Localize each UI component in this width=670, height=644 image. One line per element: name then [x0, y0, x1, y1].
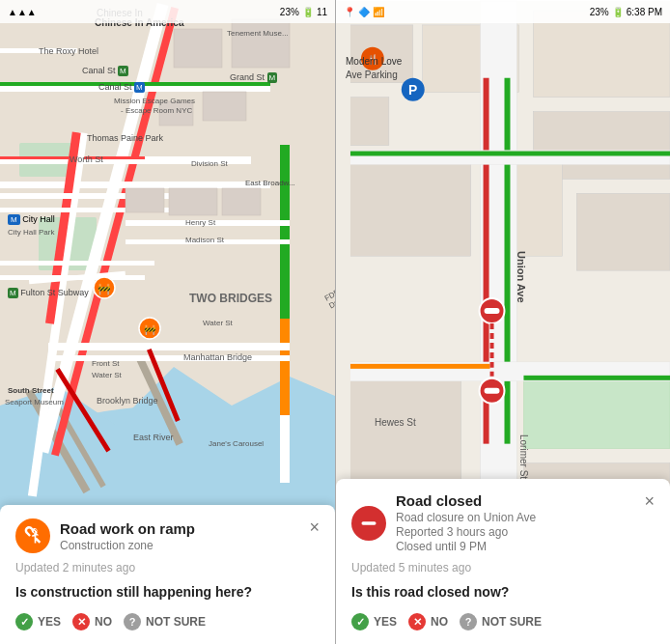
status-bar-right: 📍 🔷 📶 23% 🔋 6:38 PM	[336, 0, 670, 23]
left-no-button[interactable]: ✕ NO	[72, 609, 112, 634]
right-close-button[interactable]: ×	[644, 492, 655, 510]
right-card-icon	[351, 506, 386, 541]
map-label-mission: Mission Escape Games	[114, 97, 195, 105]
map-label-eastbroadway: East Broadw...	[245, 179, 295, 187]
svg-rect-55	[336, 372, 461, 488]
right-notsure-label: NOT SURE	[482, 615, 542, 629]
map-label-division: Division St	[191, 159, 228, 168]
map-label-janes: Jane's Carousel	[209, 439, 264, 448]
left-time: 11	[317, 7, 327, 17]
yes-icon: ✓	[15, 613, 33, 630]
right-card-extra: Reported 3 hours ago	[396, 525, 536, 539]
no-label: NO	[95, 615, 112, 629]
left-card-updated: Updated 2 minutes ago	[15, 561, 320, 574]
right-card-subtitle: Road closure on Union Ave	[396, 511, 536, 524]
left-notsure-button[interactable]: ? NOT SURE	[124, 609, 206, 634]
svg-rect-51	[336, 159, 471, 256]
map-label-roxy: The Roxy Hotel	[39, 46, 98, 56]
right-card-title: Road closed	[396, 492, 536, 510]
svg-rect-26	[0, 261, 154, 266]
map-label-twobridges: TWO BRIDGES	[189, 292, 272, 305]
right-status-left: 📍 🔷 📶	[344, 7, 384, 17]
right-yes-icon: ✓	[351, 613, 369, 630]
battery-right: 23%	[590, 7, 609, 17]
svg-rect-38	[222, 188, 261, 215]
right-card-updated: Updated 5 minutes ago	[351, 561, 655, 574]
road-closed-icon	[359, 514, 378, 533]
left-card-subtitle: Construction zone	[60, 539, 195, 552]
right-notsure-icon: ?	[460, 613, 477, 630]
svg-rect-60	[504, 78, 510, 444]
map-label-unionave: Union Ave	[516, 251, 527, 303]
map-label-thomas: Thomas Paine Park	[87, 133, 163, 143]
svg-rect-32	[174, 29, 222, 68]
left-status-icons: ▲▲▲	[8, 7, 37, 17]
right-card-question: Is this road closed now?	[351, 584, 655, 600]
notsure-icon: ?	[124, 613, 141, 630]
svg-rect-33	[232, 19, 290, 68]
map-label-manhattan-bridge: Manhattan Bridge	[183, 352, 252, 362]
map-label-hewes: Hewes St	[375, 417, 416, 428]
map-label-canal1: Canal St M	[82, 66, 128, 75]
svg-rect-35	[203, 92, 246, 121]
left-yes-button[interactable]: ✓ YES	[15, 609, 61, 634]
svg-rect-70	[485, 388, 500, 394]
map-label-waterst2: Water St	[92, 371, 122, 379]
svg-rect-18	[280, 145, 290, 319]
svg-text:P: P	[408, 82, 417, 98]
notsure-label: NOT SURE	[146, 615, 206, 629]
svg-rect-76	[362, 521, 377, 524]
left-card-icon	[15, 518, 50, 553]
right-yes-button[interactable]: ✓ YES	[351, 609, 397, 634]
right-no-label: NO	[431, 615, 448, 629]
map-label-eastriver: East River	[133, 433, 174, 442]
svg-text:🚧: 🚧	[98, 282, 111, 295]
svg-rect-49	[533, 11, 670, 98]
battery-right-icon: 🔋	[612, 7, 624, 17]
map-label-brooklyn-bridge: Brooklyn Bridge	[97, 396, 158, 406]
map-label-worth: Worth St	[70, 154, 103, 164]
map-label-waterst: Water St	[203, 319, 233, 327]
svg-rect-62	[336, 364, 490, 369]
right-card-icon-title: Road closed Road closure on Union Ave Re…	[351, 492, 536, 553]
map-label-fulton: M Fulton St Subway	[8, 288, 89, 297]
map-label-modernlove: Modern Love	[346, 56, 402, 67]
svg-rect-19	[280, 319, 290, 415]
left-status-right: 23% 🔋 11	[280, 7, 327, 17]
left-card-icon-title: Road work on ramp Construction zone	[15, 518, 195, 553]
left-panel: 🚧 🚧 ▲▲▲ 23% 🔋 11 Chinese In Chinese In A…	[0, 0, 335, 644]
location-icon: 📍	[344, 7, 355, 17]
right-time: 6:38 PM	[627, 7, 662, 17]
left-card-title: Road work on ramp	[60, 520, 195, 538]
svg-rect-54	[523, 372, 670, 449]
map-label-lorimer: Lorimer St	[518, 434, 529, 479]
panel-divider	[335, 0, 336, 644]
map-label-canal2: Canal St M	[98, 82, 145, 92]
right-notsure-button[interactable]: ? NOT SURE	[460, 609, 542, 634]
left-bottom-card: Road work on ramp Construction zone × Up…	[0, 505, 335, 644]
map-label-seaport: Seaport Museum	[5, 398, 64, 406]
map-label-parking: Ave Parking	[346, 70, 398, 80]
svg-rect-37	[169, 188, 217, 215]
right-card-header: Road closed Road closure on Union Ave Re…	[351, 492, 655, 553]
right-no-button[interactable]: ✕ NO	[408, 609, 448, 634]
left-card-question: Is construction still happening here?	[15, 584, 320, 600]
right-card-actions: ✓ YES ✕ NO ? NOT SURE	[351, 609, 655, 634]
svg-rect-16	[0, 182, 270, 188]
battery-icon: 🔋	[302, 7, 314, 17]
map-label-escape: - Escape Room NYC	[121, 106, 192, 115]
svg-rect-65	[336, 152, 670, 156]
left-card-actions: ✓ YES ✕ NO ? NOT SURE	[15, 609, 320, 634]
left-card-text: Road work on ramp Construction zone	[60, 520, 195, 552]
right-panel: P 🍴 📍 🔷 📶 23% 🔋 6:38 PM Modern Love Ave …	[335, 0, 670, 644]
battery-left: 23%	[280, 7, 299, 17]
no-icon: ✕	[72, 613, 90, 630]
yes-label: YES	[38, 615, 61, 629]
map-label-cityhallpark: City Hall Park	[8, 228, 54, 237]
right-no-icon: ✕	[408, 613, 426, 630]
bluetooth-icon: 🔷	[358, 7, 370, 17]
left-close-button[interactable]: ×	[309, 518, 320, 536]
svg-rect-22	[48, 343, 290, 350]
map-label-southstreet: South Street	[8, 386, 54, 395]
status-bar-left: ▲▲▲ 23% 🔋 11	[0, 0, 335, 23]
